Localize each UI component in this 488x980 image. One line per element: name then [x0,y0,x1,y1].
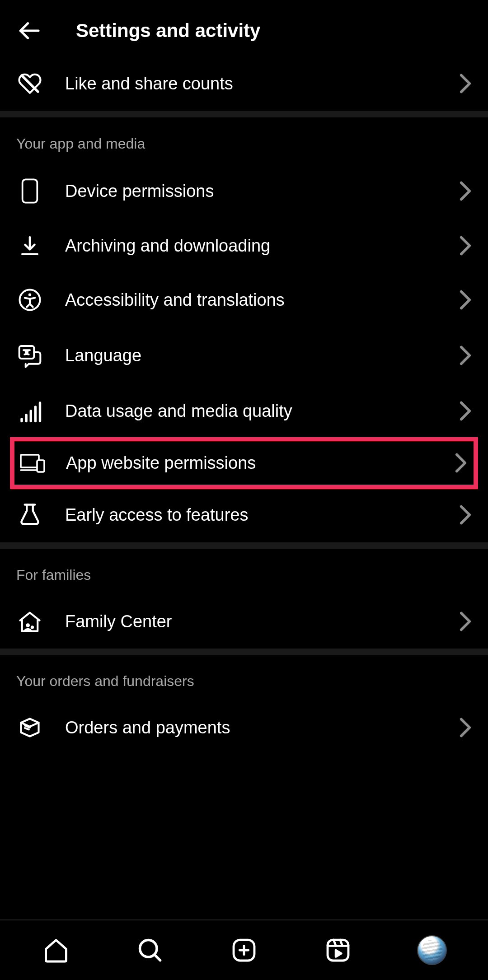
package-icon [18,716,42,739]
home-icon [42,937,70,964]
svg-marker-30 [336,950,341,957]
svg-rect-13 [21,455,39,467]
arrow-left-icon [16,18,42,43]
devices-icon [20,452,45,474]
nav-home[interactable] [40,934,72,966]
svg-point-6 [28,294,31,296]
chevron-right-icon [455,453,467,473]
bottom-nav [0,919,488,980]
chevron-right-icon [459,504,472,525]
settings-row-label: Family Center [65,612,459,631]
section-header-families: For families [0,549,488,594]
settings-row-label: App website permissions [66,453,455,473]
back-button[interactable] [16,18,42,43]
profile-avatar [417,935,447,965]
section-header-orders-fundraisers: Your orders and fundraisers [0,655,488,700]
settings-row-label: Accessibility and translations [65,290,459,310]
nav-create[interactable] [228,934,260,966]
settings-row-early-access[interactable]: Early access to features [0,487,488,542]
accessibility-icon [18,288,42,312]
chevron-right-icon [459,181,472,201]
chevron-right-icon [459,289,472,310]
settings-row-label: Orders and payments [65,718,459,737]
settings-row-label: Early access to features [65,505,459,525]
settings-row-like-share[interactable]: Like and share counts [0,56,488,111]
flask-icon [19,503,41,527]
settings-row-accessibility-translations[interactable]: Accessibility and translations [0,272,488,327]
nav-reels[interactable] [322,934,354,966]
svg-point-17 [26,623,30,627]
settings-row-device-permissions[interactable]: Device permissions [0,163,488,219]
nav-profile[interactable] [416,934,448,966]
signal-bars-icon [18,399,42,423]
section-divider [0,542,488,549]
svg-rect-15 [37,460,44,472]
settings-row-family-center[interactable]: Family Center [0,594,488,649]
mobile-icon [21,178,39,204]
heart-off-icon [18,71,42,96]
reels-icon [325,937,351,963]
section-divider [0,111,488,117]
settings-row-archiving-downloading[interactable]: Archiving and downloading [0,219,488,272]
plus-square-icon [231,937,257,963]
header: Settings and activity [0,0,488,56]
section-header-app-media: Your app and media [0,117,488,163]
chevron-right-icon [459,717,472,738]
svg-rect-26 [328,940,348,961]
chevron-right-icon [459,345,472,366]
settings-row-app-website-permissions[interactable]: App website permissions [10,437,478,489]
settings-row-data-usage[interactable]: Data usage and media quality [0,383,488,439]
settings-row-language[interactable]: Language [0,327,488,383]
settings-row-label: Language [65,346,459,365]
svg-point-18 [31,625,34,629]
chevron-right-icon [459,401,472,421]
section-divider [0,649,488,655]
chevron-right-icon [459,611,472,632]
translate-icon [17,343,42,368]
settings-row-label: Archiving and downloading [65,236,459,256]
svg-line-20 [25,728,29,729]
search-icon [136,937,164,964]
chevron-right-icon [459,235,472,256]
svg-rect-2 [23,179,38,202]
page-title: Settings and activity [76,20,260,42]
settings-row-label: Device permissions [65,182,459,201]
nav-search[interactable] [134,934,166,966]
home-family-icon [17,610,42,633]
settings-row-label: Like and share counts [65,74,459,93]
chevron-right-icon [459,73,472,94]
settings-row-orders-payments[interactable]: Orders and payments [0,700,488,755]
settings-row-label: Data usage and media quality [65,401,459,421]
svg-line-22 [155,955,160,961]
download-icon [19,234,41,257]
